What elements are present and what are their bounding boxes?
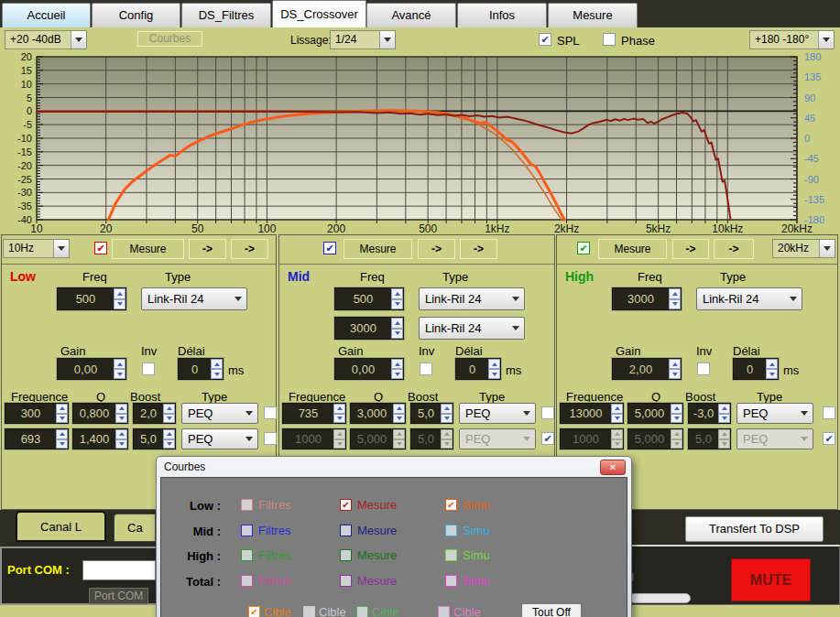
mid-xover-type2-dropdown[interactable]: Link-Ril 24 [419,317,525,340]
mid-peq2-q-spinner[interactable]: 5,000 [350,428,406,449]
low-peq2-freq-spinner[interactable]: 693 [5,428,69,449]
low-peq1-boost-spinner[interactable]: 2,0 [133,403,176,424]
mid-peq1-q-spinner[interactable]: 3,000 [350,403,406,424]
high-curve-checkbox[interactable] [577,242,590,254]
mid-mesure-button[interactable]: Mesure [344,239,412,259]
chevron-down-icon[interactable] [71,31,86,49]
high-peq1-q-spinner[interactable]: 5,000 [627,403,683,424]
mid-simu-checkbox[interactable] [445,525,457,536]
cible-mid-checkbox[interactable] [303,606,315,617]
cible-high-checkbox[interactable] [356,606,368,617]
mid-curve-checkbox[interactable] [323,242,336,254]
port-com-input[interactable] [82,560,156,580]
high-peq2-boost-spinner[interactable]: 5,0 [688,428,731,449]
mid-arrow-button-2[interactable]: -> [460,239,497,259]
mid-xover-freq2-spinner[interactable]: 3000 [334,317,404,340]
chevron-down-icon[interactable] [818,31,834,49]
mid-gain-spinner[interactable]: 0,00 [334,358,404,380]
mid-peq1-type-dropdown[interactable]: PEQ [459,403,536,424]
total-mesure-checkbox[interactable] [340,575,352,587]
low-inv-checkbox[interactable] [142,363,155,375]
mid-peq2-bypass-checkbox[interactable] [541,432,554,445]
low-peq2-q-spinner[interactable]: 1,400 [72,428,128,449]
lissage-combo[interactable]: 1/24 [330,30,396,49]
tab-accueil[interactable]: Accueil [2,3,91,27]
mid-peq2-type-dropdown[interactable]: PEQ [459,428,536,449]
high-peq2-q-spinner[interactable]: 5,000 [627,428,683,449]
high-peq1-type-dropdown[interactable]: PEQ [736,403,813,424]
low-peq1-freq-spinner[interactable]: 300 [5,403,69,424]
low-gain-spinner[interactable]: 0,00 [57,358,126,380]
tab-infos[interactable]: Infos [457,3,547,27]
transfert-to-dsp-button[interactable]: Transfert To DSP [685,516,824,542]
spl-checkbox[interactable] [539,33,551,46]
high-mesure-button[interactable]: Mesure [598,239,667,259]
cible-low-checkbox[interactable] [248,606,260,617]
low-peq1-type-dropdown[interactable]: PEQ [181,403,258,424]
mid-peq1-boost-spinner[interactable]: 5,0 [410,403,453,424]
tab-avance[interactable]: Avancé [366,3,456,27]
high-gain-spinner[interactable]: 2,00 [612,358,682,380]
low-arrow-button-2[interactable]: -> [231,239,268,259]
high-arrow-button-2[interactable]: -> [714,239,754,259]
mid-xover-freq1-spinner[interactable]: 500 [334,287,404,310]
spin-down[interactable] [114,369,125,379]
total-filtres-checkbox[interactable] [241,575,253,587]
cible-total-checkbox[interactable] [438,606,450,617]
mid-inv-checkbox[interactable] [420,363,432,375]
high-xover-type-dropdown[interactable]: Link-Ril 24 [696,287,802,310]
phase-range-combo[interactable]: +180 -180° [749,30,835,49]
low-mesure-button[interactable]: Mesure [112,239,184,259]
low-xover-freq-spinner[interactable]: 500 [57,287,126,310]
high-delai-spinner[interactable]: 0 [733,358,779,380]
high-inv-checkbox[interactable] [697,363,710,375]
spin-up[interactable] [114,288,125,299]
low-filtres-checkbox[interactable] [241,499,253,511]
mid-peq2-freq-spinner[interactable]: 1000 [282,428,346,449]
db-range-combo[interactable]: +20 -40dB [5,30,87,49]
low-freq-min-combo[interactable]: 10Hz [3,239,70,258]
high-peq1-freq-spinner[interactable]: 13000 [560,403,624,424]
mid-delai-spinner[interactable]: 0 [455,358,501,380]
high-arrow-button-1[interactable]: -> [672,239,709,259]
high-peq2-freq-spinner[interactable]: 1000 [560,428,624,449]
low-peq2-type-dropdown[interactable]: PEQ [181,428,258,449]
low-peq1-bypass-checkbox[interactable] [264,406,277,419]
mid-mesure-checkbox[interactable] [340,525,352,536]
mute-button[interactable]: MUTE [731,558,811,601]
low-arrow-button-1[interactable]: -> [189,239,226,259]
tab-config[interactable]: Config [92,3,180,27]
high-mesure-checkbox[interactable] [340,549,352,561]
phase-checkbox[interactable] [603,33,616,46]
spin-down[interactable] [114,299,125,310]
tout-off-button[interactable]: Tout Off [521,603,582,617]
high-freq-max-combo[interactable]: 20kHz [772,239,835,258]
mid-arrow-button-1[interactable]: -> [418,239,455,259]
chevron-down-icon[interactable] [379,31,395,49]
spin-up[interactable] [114,359,125,369]
courbes-button[interactable]: Courbes [137,31,202,47]
low-peq1-q-spinner[interactable]: 0,800 [72,403,128,424]
spin-up[interactable] [211,359,223,369]
high-peq1-boost-spinner[interactable]: -3,0 [688,403,731,424]
high-peq1-bypass-checkbox[interactable] [823,406,835,419]
spin-down[interactable] [211,369,223,379]
chevron-down-icon[interactable] [819,240,835,257]
mid-filtres-checkbox[interactable] [241,525,253,536]
mid-xover-type1-dropdown[interactable]: Link-Ril 24 [419,287,525,310]
chevron-down-icon[interactable] [53,240,69,257]
low-peq2-boost-spinner[interactable]: 5,0 [133,428,176,449]
close-icon[interactable]: ✕ [600,460,626,475]
high-peq2-bypass-checkbox[interactable] [823,432,835,445]
low-delai-spinner[interactable]: 0 [178,358,224,380]
high-simu-checkbox[interactable] [445,549,457,561]
low-curve-checkbox[interactable] [94,242,107,254]
high-peq2-type-dropdown[interactable]: PEQ [736,428,813,449]
mid-peq2-boost-spinner[interactable]: 5,0 [410,428,453,449]
high-filtres-checkbox[interactable] [241,549,253,561]
mid-peq1-freq-spinner[interactable]: 735 [282,403,346,424]
canal-r-button[interactable]: Ca [114,514,156,542]
tab-mesure[interactable]: Mesure [548,3,638,27]
low-xover-type-dropdown[interactable]: Link-Ril 24 [141,287,247,310]
total-simu-checkbox[interactable] [445,575,457,587]
